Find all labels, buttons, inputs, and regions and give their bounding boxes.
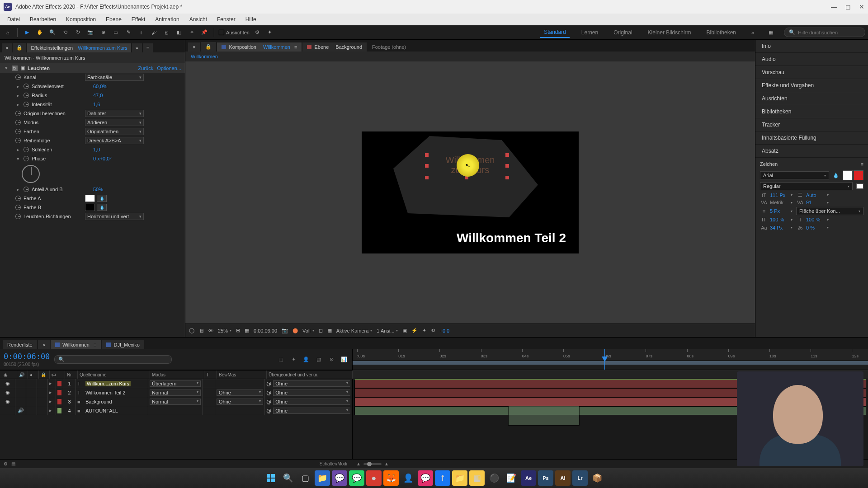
swap-colors-icon[interactable] — [856, 183, 863, 189]
help-search[interactable]: 🔍 — [784, 28, 865, 37]
effect-link-options[interactable]: Optionen... — [157, 66, 181, 71]
whatsapp-icon[interactable]: 💬 — [349, 470, 364, 486]
tracking-value[interactable]: 91 — [806, 200, 825, 205]
timeline-tab-dji[interactable]: DJI_Mexiko — [102, 340, 144, 349]
camera-tool-icon[interactable]: 📷 — [85, 28, 95, 38]
timeline-search[interactable]: 🔍 — [54, 355, 172, 364]
zoom-dropdown[interactable]: 25% — [218, 328, 231, 333]
baseline-value[interactable]: 34 Px — [770, 225, 789, 230]
prop-farben-select[interactable]: Originalfarben — [85, 128, 144, 135]
workspace-lernen[interactable]: Lernen — [578, 28, 602, 38]
comp-mini-flowchart-icon[interactable]: ⬚ — [276, 355, 285, 364]
effect-tab-menu-icon[interactable]: ≡ — [143, 43, 153, 52]
label-color-chip[interactable] — [57, 408, 61, 413]
eraser-tool-icon[interactable]: ◧ — [174, 28, 184, 38]
prop-anteil-value[interactable]: 50% — [93, 187, 103, 192]
stopwatch-icon[interactable] — [15, 196, 21, 201]
workspace-bibliotheken[interactable]: Bibliotheken — [703, 28, 740, 38]
frame-blend-icon[interactable]: ▧ — [314, 355, 323, 364]
layer-row[interactable]: 🔊▸4■AUTOUNFALL@Ohne — [0, 406, 352, 415]
prop-schwellenwert-value[interactable]: 60,0% — [93, 84, 107, 89]
effect-visible-icon[interactable]: ▣ — [20, 65, 25, 71]
app-icon-yellow[interactable]: ▦ — [469, 470, 485, 486]
menu-fenster[interactable]: Fenster — [212, 14, 240, 24]
twirl-icon[interactable]: ▾ — [15, 156, 21, 162]
toggle-switches-icon[interactable]: ⚙ — [4, 461, 8, 466]
layer-row[interactable]: ◉▸2TWillkommen Teil 2NormalOhne@Ohne — [0, 388, 352, 397]
mask-icon[interactable]: 👁 — [208, 328, 213, 333]
leading-value[interactable]: Auto — [806, 192, 825, 198]
fast-preview-icon[interactable]: ⚡ — [411, 328, 418, 333]
stopwatch-icon[interactable] — [15, 111, 21, 116]
shape-tool-icon[interactable]: ▭ — [111, 28, 121, 38]
panel-vorschau[interactable]: Vorschau — [755, 66, 868, 79]
selection-handle[interactable] — [505, 153, 509, 157]
switches-modes-label[interactable]: Schalter/Modi — [320, 461, 347, 466]
minimize-button[interactable]: — — [831, 3, 837, 10]
layer-row[interactable]: ◉▸1TWillkom...zum KursÜberlagern@Ohne — [0, 379, 352, 388]
panel-absatz[interactable]: Absatz — [755, 145, 868, 158]
zoom-out-icon[interactable]: ▲ — [356, 461, 361, 466]
prop-kanal-select[interactable]: Farbkanäle — [85, 74, 144, 81]
panel-bibliotheken[interactable]: Bibliotheken — [755, 105, 868, 118]
lightroom-icon[interactable]: Lr — [572, 470, 588, 486]
snap-extra-icon[interactable]: ✦ — [265, 28, 275, 38]
3d-icon[interactable]: ✦ — [422, 328, 426, 333]
maximize-button[interactable]: ◻ — [845, 3, 851, 10]
audio-toggle-icon[interactable]: 🔊 — [18, 408, 24, 413]
panel-info[interactable]: Info — [755, 40, 868, 53]
rotate-tool-icon[interactable]: ↻ — [73, 28, 83, 38]
parent-select[interactable]: Ohne — [273, 380, 350, 387]
menu-animation[interactable]: Animation — [151, 14, 184, 24]
twirl-icon[interactable]: ▸ — [49, 389, 52, 395]
kerning-value[interactable]: Metrik — [770, 200, 789, 205]
firefox-icon[interactable]: 🦊 — [383, 470, 399, 486]
snapshot-icon[interactable]: 📷 — [282, 328, 288, 333]
effect-controls-tab[interactable]: Effekteinstellungen Willkommen zum Kurs — [27, 43, 131, 52]
label-color-chip[interactable] — [57, 390, 61, 395]
menu-datei[interactable]: Datei — [3, 14, 24, 24]
exposure-value[interactable]: +0,0 — [439, 328, 449, 333]
visibility-toggle-icon[interactable]: ◉ — [5, 380, 11, 386]
illustrator-icon[interactable]: Ai — [555, 470, 571, 486]
effect-item-leuchten[interactable]: ▾ fx ▣ Leuchten Zurück Optionen... — [0, 63, 185, 73]
after-effects-icon[interactable]: Ae — [521, 470, 536, 486]
parent-select[interactable]: Ohne — [273, 389, 350, 396]
stroke-width-value[interactable]: 5 Px — [770, 208, 789, 214]
prop-reihenfolge-select[interactable]: Dreieck A>B>A — [85, 137, 144, 144]
app-icon-red[interactable]: ● — [366, 470, 382, 486]
eyedropper-icon[interactable]: 💧 — [97, 204, 107, 211]
start-button[interactable] — [263, 470, 278, 486]
prop-phase-value[interactable]: 0 x+0,0° — [93, 156, 112, 161]
timeline-tab-renderliste[interactable]: Renderliste — [3, 340, 37, 349]
work-area-bar[interactable] — [353, 361, 868, 365]
panel-tracker[interactable]: Tracker — [755, 118, 868, 131]
graph-editor-icon[interactable]: 📊 — [340, 355, 349, 364]
stopwatch-icon[interactable] — [24, 84, 29, 89]
phase-dial[interactable] — [22, 165, 40, 183]
orbit-tool-icon[interactable]: ⟲ — [60, 28, 70, 38]
timeline-zoom-slider[interactable] — [363, 463, 382, 465]
stopwatch-icon[interactable] — [24, 187, 29, 192]
menu-hilfe[interactable]: Hilfe — [241, 14, 261, 24]
fill-color-swatch[interactable] — [843, 170, 853, 180]
snap-options-icon[interactable]: ⚙ — [252, 28, 262, 38]
trkmat-select[interactable]: Ohne — [217, 389, 263, 396]
twirl-icon[interactable]: ▸ — [49, 380, 52, 386]
comp-tab-close[interactable]: × — [188, 42, 200, 52]
text-tool-icon[interactable]: T — [136, 28, 146, 38]
hand-tool-icon[interactable]: ✋ — [35, 28, 45, 38]
selection-handle[interactable] — [505, 176, 509, 179]
reset-exposure-icon[interactable]: ⟲ — [431, 328, 435, 333]
stopwatch-icon[interactable] — [15, 120, 21, 125]
trkmat-select[interactable]: Ohne — [217, 399, 263, 405]
toggle-modes-icon[interactable]: ▤ — [11, 461, 15, 466]
display-icon[interactable]: 🖥 — [199, 328, 204, 333]
timeline-tab-close[interactable]: × — [38, 340, 50, 349]
menu-komposition[interactable]: Komposition — [61, 14, 100, 24]
stopwatch-icon[interactable] — [24, 102, 29, 107]
twirl-icon[interactable]: ▸ — [15, 147, 21, 153]
prop-modus-select[interactable]: Addieren — [85, 119, 144, 126]
timeline-ruler[interactable]: :00s01s02s03s04s05s06s07s08s09s10s11s12s — [353, 349, 868, 361]
effect-tab-close[interactable]: × — [2, 43, 12, 52]
